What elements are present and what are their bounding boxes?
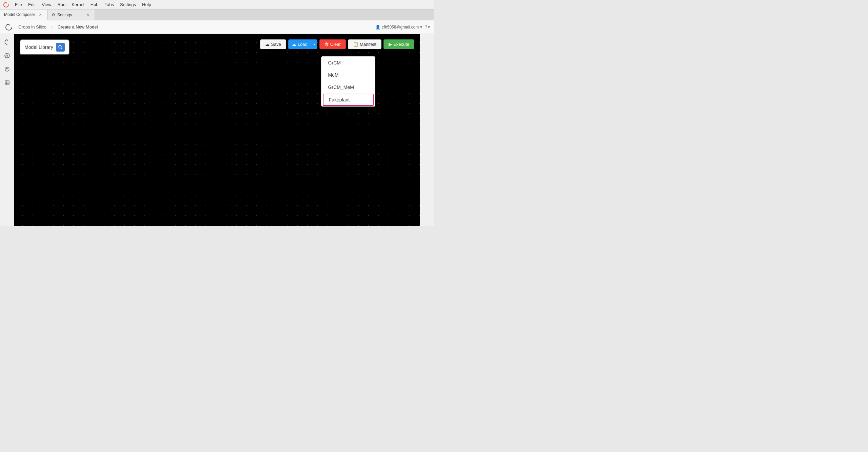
- user-info[interactable]: 👤 cfh5058@gmail.com ▾: [375, 25, 422, 30]
- clear-button[interactable]: 🗑 Clear: [319, 39, 346, 49]
- topnav-right: 👤 cfh5058@gmail.com ▾ ? ▾: [375, 25, 430, 30]
- execute-label: Execute: [393, 42, 409, 47]
- svg-line-10: [61, 48, 62, 50]
- svg-point-9: [59, 45, 61, 48]
- right-panel: [420, 34, 434, 226]
- execute-icon: ▶: [389, 42, 392, 47]
- svg-point-6: [6, 70, 6, 70]
- help-dropdown-icon: ▾: [428, 25, 430, 30]
- save-label: Save: [271, 42, 281, 47]
- tab-model-composer-label: Model Composer: [4, 12, 35, 17]
- model-library-label: Model Library: [24, 44, 53, 50]
- svg-point-3: [5, 67, 9, 71]
- user-icon: 👤: [375, 25, 380, 30]
- menu-hub[interactable]: Hub: [88, 1, 101, 8]
- dropdown-item-mem[interactable]: MeM: [321, 69, 375, 81]
- breadcrumb-home[interactable]: Crops in Silico: [16, 23, 48, 31]
- app-logo: [3, 1, 9, 8]
- load-dropdown-arrow[interactable]: ▾: [311, 40, 317, 49]
- svg-point-2: [6, 55, 7, 56]
- canvas-area[interactable]: Model Library ☁ Save ☁ Load: [14, 34, 420, 226]
- dropdown-item-grcm-mem[interactable]: GrCM_MeM: [321, 81, 375, 93]
- tab-settings[interactable]: ⚙ Settings ✕: [47, 10, 95, 20]
- model-library-panel: Model Library: [20, 39, 70, 55]
- sidebar-icon-palette[interactable]: [2, 64, 13, 75]
- load-label: Load: [298, 42, 308, 47]
- breadcrumb-current[interactable]: Create a New Model: [56, 23, 100, 31]
- save-icon: ☁: [265, 42, 270, 47]
- clear-icon: 🗑: [324, 42, 329, 47]
- clear-label: Clear: [330, 42, 341, 47]
- svg-point-0: [5, 53, 9, 58]
- user-email: cfh5058@gmail.com: [382, 25, 419, 30]
- menu-help[interactable]: Help: [139, 1, 154, 8]
- execute-button[interactable]: ▶ Execute: [383, 39, 414, 49]
- save-button[interactable]: ☁ Save: [260, 39, 286, 49]
- load-dropdown-menu: GrCM MeM GrCM_MeM Fakeplant: [321, 56, 375, 107]
- menu-kernel[interactable]: Kernel: [69, 1, 87, 8]
- svg-rect-8: [5, 81, 9, 85]
- load-button[interactable]: ☁ Load: [289, 40, 311, 49]
- menu-file[interactable]: File: [12, 1, 25, 8]
- breadcrumb-separator: ›: [51, 24, 53, 30]
- tabbar: Model Composer ✕ ⚙ Settings ✕: [0, 10, 434, 20]
- sidebar-icon-run[interactable]: [2, 50, 13, 61]
- menubar: File Edit View Run Kernel Hub Tabs Setti…: [0, 0, 434, 10]
- main-content: Model Library ☁ Save ☁ Load: [0, 34, 434, 226]
- toolbar: ☁ Save ☁ Load ▾ 🗑 Clear 📋 Manifest: [260, 39, 414, 49]
- help-button[interactable]: ? ▾: [425, 25, 430, 30]
- topnav-logo: [4, 22, 14, 32]
- sidebar: [0, 34, 14, 226]
- svg-point-7: [7, 70, 8, 70]
- manifest-label: Manifest: [360, 42, 376, 47]
- load-group: ☁ Load ▾: [288, 39, 317, 49]
- tab-settings-close[interactable]: ✕: [85, 12, 91, 18]
- svg-point-4: [6, 68, 6, 69]
- settings-tab-icon: ⚙: [52, 13, 55, 17]
- sidebar-icon-home[interactable]: [2, 37, 13, 48]
- app-container: Crops in Silico › Create a New Model 👤 c…: [0, 20, 434, 226]
- manifest-button[interactable]: 📋 Manifest: [348, 39, 381, 49]
- manifest-icon: 📋: [353, 42, 358, 47]
- load-icon: ☁: [292, 42, 296, 47]
- menu-view[interactable]: View: [39, 1, 54, 8]
- model-library-search-button[interactable]: [56, 43, 65, 52]
- user-dropdown-icon: ▾: [420, 25, 422, 30]
- tab-settings-label: Settings: [57, 13, 72, 17]
- menu-settings[interactable]: Settings: [117, 1, 139, 8]
- sidebar-icon-files[interactable]: [2, 77, 13, 88]
- topnav: Crops in Silico › Create a New Model 👤 c…: [0, 20, 434, 34]
- menu-run[interactable]: Run: [55, 1, 68, 8]
- dropdown-item-fakeplant[interactable]: Fakeplant: [323, 94, 374, 106]
- svg-point-5: [7, 68, 8, 69]
- tab-model-composer[interactable]: Model Composer ✕: [0, 10, 47, 20]
- help-label: ?: [425, 25, 427, 30]
- menu-edit[interactable]: Edit: [25, 1, 38, 8]
- tab-model-composer-close[interactable]: ✕: [38, 12, 43, 17]
- menu-tabs[interactable]: Tabs: [102, 1, 117, 8]
- dropdown-item-grcm[interactable]: GrCM: [321, 57, 375, 69]
